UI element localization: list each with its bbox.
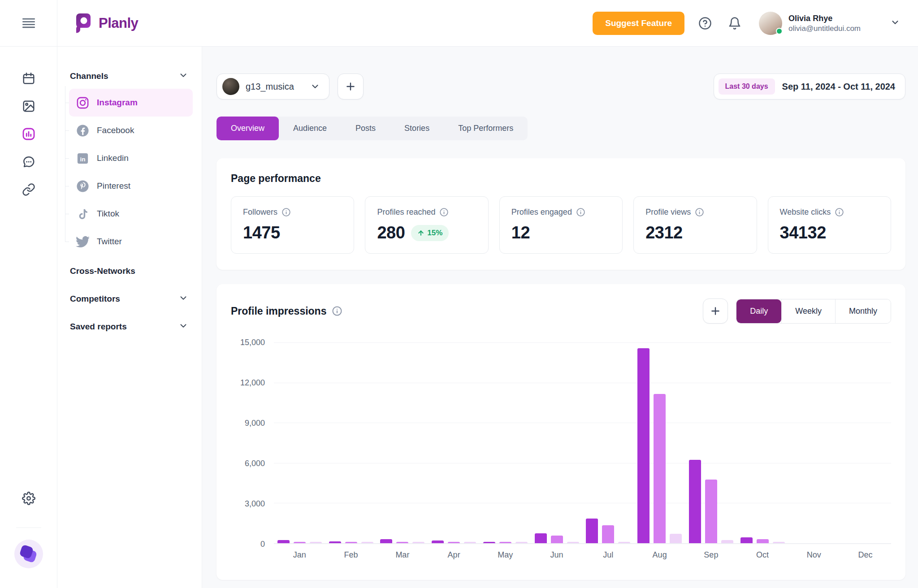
tab-top-performers[interactable]: Top Performers	[444, 117, 528, 140]
x-tick-label: Mar	[377, 544, 429, 565]
hamburger-menu-button[interactable]	[19, 13, 39, 33]
account-selector[interactable]: g13_musica	[217, 74, 329, 99]
channel-label: Tiktok	[97, 209, 119, 219]
sidebar-section-cross-networks[interactable]: Cross-Networks	[69, 257, 193, 285]
date-range-picker[interactable]: Last 30 days Sep 11, 2024 - Oct 11, 2024	[714, 74, 905, 99]
metric-label-row: Profiles engaged	[511, 208, 611, 217]
bar-oct-impressions-dark-purple	[740, 537, 753, 543]
help-button[interactable]	[696, 14, 714, 32]
bar-jan-impressions-light-purple	[310, 542, 322, 543]
user-profile-menu[interactable]: Olivia Rhye olivia@untitledui.com	[759, 12, 900, 35]
channel-list: InstagramFacebookinLinkedinPinterestTikt…	[69, 89, 193, 255]
tab-overview[interactable]: Overview	[217, 117, 279, 140]
sidebar-item-instagram[interactable]: Instagram	[69, 89, 193, 117]
image-rail-button[interactable]	[18, 96, 39, 117]
calendar-icon	[22, 72, 35, 85]
impressions-title: Profile impressions	[231, 305, 326, 317]
info-icon	[576, 208, 585, 217]
x-tick-label: Jul	[583, 544, 634, 565]
impressions-bar-chart: 15,00012,0009,0006,0003,0000 JanFebMarAp…	[231, 342, 891, 565]
header-rail-zone	[0, 0, 57, 46]
pinterest-icon	[75, 179, 90, 193]
granularity-monthly-button[interactable]: Monthly	[835, 299, 891, 323]
bar-group-aug	[634, 342, 685, 543]
app-logo: Planly	[57, 13, 138, 34]
rail-bottom	[14, 488, 43, 568]
x-tick-label: Jun	[531, 544, 583, 565]
bar-sep-impressions-light-purple	[721, 540, 733, 544]
y-tick-label: 12,000	[240, 378, 265, 388]
planly-logo-badge[interactable]	[14, 540, 43, 568]
sidebar-section-competitors[interactable]: Competitors	[69, 285, 193, 313]
bar-mar-impressions-medium-purple	[396, 542, 408, 543]
tab-audience[interactable]: Audience	[279, 117, 341, 140]
x-tick-label: Nov	[788, 544, 840, 565]
rail-icons	[18, 68, 39, 207]
metric-cards: Followers1475Profiles reached28015%Profi…	[231, 196, 891, 254]
chat-rail-button[interactable]	[18, 151, 39, 172]
sidebar-item-pinterest[interactable]: Pinterest	[69, 172, 193, 200]
y-tick-label: 3,000	[245, 499, 265, 509]
date-range-value: Sep 11, 2024 - Oct 11, 2024	[782, 82, 895, 92]
tab-stories[interactable]: Stories	[390, 117, 444, 140]
impressions-title-group: Profile impressions	[231, 305, 342, 317]
sidebar-sections: Cross-NetworksCompetitorsSaved reports	[69, 257, 193, 341]
channel-label: Twitter	[97, 237, 122, 246]
date-range-badge: Last 30 days	[719, 78, 775, 95]
analytics-rail-button[interactable]	[18, 124, 39, 144]
account-name: g13_musica	[246, 82, 304, 92]
settings-button[interactable]	[18, 488, 39, 509]
info-icon	[332, 306, 342, 316]
page-performance-title: Page performance	[231, 173, 891, 185]
section-label: Competitors	[70, 294, 120, 304]
user-email: olivia@untitledui.com	[788, 24, 861, 33]
bar-sep-impressions-dark-purple	[689, 460, 701, 543]
bar-jan-impressions-dark-purple	[277, 540, 290, 544]
bar-jun-impressions-dark-purple	[535, 533, 547, 544]
granularity-daily-button[interactable]: Daily	[736, 299, 781, 323]
suggest-feature-button[interactable]: Suggest Feature	[593, 12, 684, 35]
sidebar-item-twitter[interactable]: Twitter	[69, 228, 193, 255]
metric-card-website-clicks: Website clicks34132	[768, 196, 891, 254]
metric-label: Profiles reached	[377, 208, 435, 217]
main-content: g13_musica Last 30 days Sep 11, 2024 - O…	[202, 47, 918, 588]
bar-group-feb	[325, 342, 377, 543]
bar-mar-impressions-dark-purple	[380, 539, 392, 543]
calendar-rail-button[interactable]	[18, 68, 39, 89]
bell-icon	[728, 17, 741, 30]
x-tick-label: Aug	[634, 544, 685, 565]
x-tick-label: Feb	[325, 544, 377, 565]
metric-label: Followers	[243, 208, 277, 217]
sidebar-item-tiktok[interactable]: Tiktok	[69, 200, 193, 228]
svg-text:in: in	[80, 156, 85, 162]
chevron-down-icon	[890, 17, 900, 29]
bar-group-mar	[377, 342, 429, 543]
link-rail-button[interactable]	[18, 179, 39, 200]
add-chart-button[interactable]	[703, 298, 728, 324]
notifications-button[interactable]	[726, 14, 744, 32]
info-icon	[835, 208, 844, 217]
gear-icon	[22, 492, 35, 505]
chevron-down-icon	[310, 82, 320, 91]
menu-icon	[22, 18, 35, 29]
sidebar-item-linkedin[interactable]: inLinkedin	[69, 144, 193, 172]
app: Planly Suggest Feature Olivia Rhye olivi…	[0, 0, 918, 588]
x-tick-label: Sep	[685, 544, 737, 565]
sidebar-item-facebook[interactable]: Facebook	[69, 117, 193, 144]
tab-posts[interactable]: Posts	[341, 117, 390, 140]
channel-label: Instagram	[97, 98, 138, 108]
bar-aug-impressions-light-purple	[670, 534, 682, 543]
bar-jun-impressions-medium-purple	[551, 536, 563, 543]
bar-groups	[274, 342, 891, 543]
sidebar-section-channels[interactable]: Channels	[69, 66, 193, 86]
bar-group-nov	[788, 342, 840, 543]
sidebar-section-saved-reports[interactable]: Saved reports	[69, 313, 193, 341]
bar-group-jan	[274, 342, 325, 543]
facebook-icon	[75, 123, 90, 138]
instagram-icon	[75, 95, 90, 110]
add-account-button[interactable]	[338, 74, 364, 99]
granularity-weekly-button[interactable]: Weekly	[781, 299, 835, 323]
bar-jul-impressions-dark-purple	[586, 519, 598, 544]
sidebar: Channels InstagramFacebookinLinkedinPint…	[57, 47, 202, 588]
x-tick-label: Apr	[428, 544, 480, 565]
